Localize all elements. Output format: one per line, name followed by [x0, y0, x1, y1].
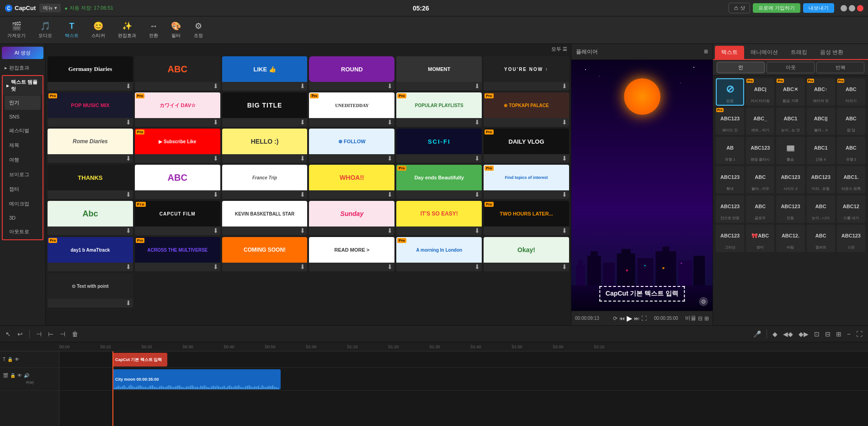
zoom-fit-button[interactable]: ⊡: [812, 329, 821, 339]
undo-button[interactable]: ↩: [16, 329, 25, 339]
download-icon-t34[interactable]: ⬇: [387, 263, 393, 270]
download-icon-t19[interactable]: ⬇: [126, 191, 131, 198]
template-item-t36[interactable]: Okay!⬇: [484, 237, 569, 271]
download-icon-t28[interactable]: ⬇: [387, 227, 393, 234]
link-button[interactable]: ⊞: [834, 329, 843, 339]
play-button[interactable]: ▶: [627, 314, 632, 323]
template-item-t3[interactable]: LIKE 👍⬇: [222, 56, 308, 91]
tab-voice[interactable]: 음성 변환: [814, 46, 850, 59]
download-icon-t21[interactable]: ⬇: [300, 191, 305, 198]
template-item-t17[interactable]: SCI-FI⬇: [396, 129, 482, 163]
all-templates-button[interactable]: 모두 ☰: [551, 46, 567, 53]
tool-adjust[interactable]: ⚙ 조정: [191, 19, 206, 41]
template-item-t22[interactable]: WHOA!!⬇: [309, 165, 394, 199]
anim-item-type[interactable]: ProABC타자기: [837, 78, 865, 106]
anim-item-notme[interactable]: ABC눈이...니다: [807, 195, 835, 223]
template-item-t24[interactable]: Find topics of interestPro⬇: [484, 165, 569, 199]
tool-text[interactable]: T 텍스트: [62, 20, 81, 41]
sub-tab-in[interactable]: 인: [717, 62, 765, 73]
template-item-t8[interactable]: カワイイ DAV☆Pro⬇: [135, 92, 220, 127]
split-view-button[interactable]: ⊟: [698, 314, 703, 322]
sidebar-edit-effect[interactable]: ▸ 편집효과: [0, 62, 45, 74]
template-item-t1[interactable]: Germany Diaries⬇: [48, 56, 133, 91]
download-icon-t36[interactable]: ⬇: [562, 263, 567, 270]
sidebar-item-popular[interactable]: 인기: [5, 96, 41, 110]
anim-item-eyes[interactable]: ABC1눈이...는 것: [776, 108, 804, 135]
template-item-t31[interactable]: day1 b AmaTtrackPro⬇: [48, 237, 133, 271]
download-icon-t7[interactable]: ⬇: [126, 119, 131, 126]
anim-item-scroll[interactable]: ABC12으를 내가: [837, 195, 865, 223]
template-item-t20[interactable]: ABC⬇: [135, 165, 220, 199]
sidebar-item-title[interactable]: 제목: [5, 138, 41, 152]
preview-control-dot[interactable]: ⊙: [699, 297, 708, 306]
anim-item-vib2[interactable]: ABC1간등 II: [807, 137, 835, 164]
anim-item-spin[interactable]: ABC123스핀: [837, 225, 865, 252]
anim-item-laser[interactable]: ProABC↑레이저 컷: [807, 78, 835, 106]
template-item-t33[interactable]: COMING SOON!⬇: [222, 237, 308, 271]
trim-left-button[interactable]: ⊢: [46, 329, 55, 339]
download-icon-t31[interactable]: ⬇: [126, 263, 131, 270]
sidebar-item-sns[interactable]: SNS: [5, 110, 41, 123]
tool-media[interactable]: 🎬 가져오기: [5, 19, 28, 41]
template-item-t6[interactable]: YOU'RE NOW ↑⬇: [484, 56, 569, 91]
download-icon-t11[interactable]: ⬇: [474, 119, 480, 126]
tool-audio[interactable]: 🎵 오디오: [36, 19, 55, 41]
sidebar-item-3d[interactable]: 3D: [5, 211, 41, 224]
ai-generate-button[interactable]: AI 생성: [2, 47, 43, 59]
template-item-t37[interactable]: ⊙ Text with point⬇: [48, 273, 133, 307]
template-item-t13[interactable]: Rome Diaries⬇: [48, 129, 133, 163]
anim-item-blurout[interactable]: ABC블러...아우: [746, 166, 774, 194]
template-item-t15[interactable]: HELLO :)⬇: [222, 129, 308, 163]
template-item-t28[interactable]: Sunday⬇: [309, 201, 394, 235]
anim-item-side2[interactable]: ABC123사이드 2: [776, 166, 804, 194]
minus-button[interactable]: −: [845, 329, 852, 339]
template-item-t2[interactable]: ABC⬇: [135, 56, 220, 91]
anim-item-cap2[interactable]: ABC캠퍼트: [807, 225, 835, 252]
anim-item-random[interactable]: ABC123랜덤 클라시: [746, 137, 774, 164]
maximize-button[interactable]: [849, 5, 855, 11]
template-item-t16[interactable]: ⊕ FOLLOW⬇: [309, 129, 394, 163]
video-clip[interactable]: City moon 00:00:35:00: [112, 369, 281, 389]
template-item-t18[interactable]: DAILY VLOGPro⬇: [484, 129, 569, 163]
template-item-t26[interactable]: CAPCUT FILMPro⬇: [135, 201, 220, 235]
anim-item-vibrate[interactable]: ABC123진동: [776, 195, 804, 223]
prev-frame-button[interactable]: ⏮: [619, 315, 625, 322]
template-item-t29[interactable]: IT'S SO EASY!⬇: [396, 201, 482, 235]
fullscreen2-button[interactable]: ⛶: [854, 329, 864, 339]
template-item-t35[interactable]: A morning In LondonPro⬇: [396, 237, 482, 271]
template-item-t21[interactable]: France Trip⬇: [222, 165, 308, 199]
template-item-t30[interactable]: TWO HOURS LATER...Pro⬇: [484, 201, 569, 235]
download-icon-t24[interactable]: ⬇: [562, 191, 567, 198]
keyframe-next[interactable]: ◆▶: [797, 329, 810, 339]
split2-button[interactable]: ⊟: [823, 329, 832, 339]
download-icon-t8[interactable]: ⬇: [213, 119, 218, 126]
join-pro-button[interactable]: 프로에 가입하기: [753, 3, 800, 13]
sidebar-item-makeup[interactable]: 메이크업: [5, 197, 41, 211]
delete-button[interactable]: 🗑: [70, 329, 80, 339]
anim-item-retro[interactable]: ABC_레트...자기: [746, 108, 774, 135]
player-menu-button[interactable]: ≡: [704, 48, 708, 56]
download-icon-t12[interactable]: ⬇: [562, 119, 567, 126]
download-icon-t37[interactable]: ⬇: [126, 299, 131, 307]
close-button[interactable]: [857, 5, 863, 11]
anim-item-inbound[interactable]: ABC123안으로 반등: [716, 195, 744, 223]
download-icon-t13[interactable]: ⬇: [126, 155, 131, 162]
sidebar-item-vlog[interactable]: 브이로그: [5, 167, 41, 182]
ratio-button[interactable]: 비율: [685, 314, 696, 322]
anim-item-expand[interactable]: ABC123확대: [716, 166, 744, 194]
loop-button[interactable]: ⟳: [613, 315, 618, 322]
tab-animation[interactable]: 애니메이션: [744, 46, 784, 59]
template-item-t9[interactable]: BIG TITLE⬇: [222, 92, 308, 127]
download-icon-t26[interactable]: ⬇: [213, 227, 218, 234]
download-icon-t35[interactable]: ⬇: [474, 263, 480, 270]
download-icon-t15[interactable]: ⬇: [300, 155, 305, 162]
anim-item-popup[interactable]: ABC팝 업: [837, 108, 865, 135]
sidebar-item-travel[interactable]: 여행: [5, 153, 41, 167]
template-item-t10[interactable]: UNEDITEDDAYPro⬇: [309, 92, 394, 127]
split-button[interactable]: ⊣: [34, 329, 43, 339]
download-icon-t29[interactable]: ⬇: [474, 227, 480, 234]
template-item-t19[interactable]: THANKS⬇: [48, 165, 133, 199]
anim-item-pop2[interactable]: 🎀ABC쌍비: [746, 225, 774, 252]
download-icon-t23[interactable]: ⬇: [474, 191, 480, 198]
template-item-t4[interactable]: ROUND⬇: [309, 56, 394, 91]
